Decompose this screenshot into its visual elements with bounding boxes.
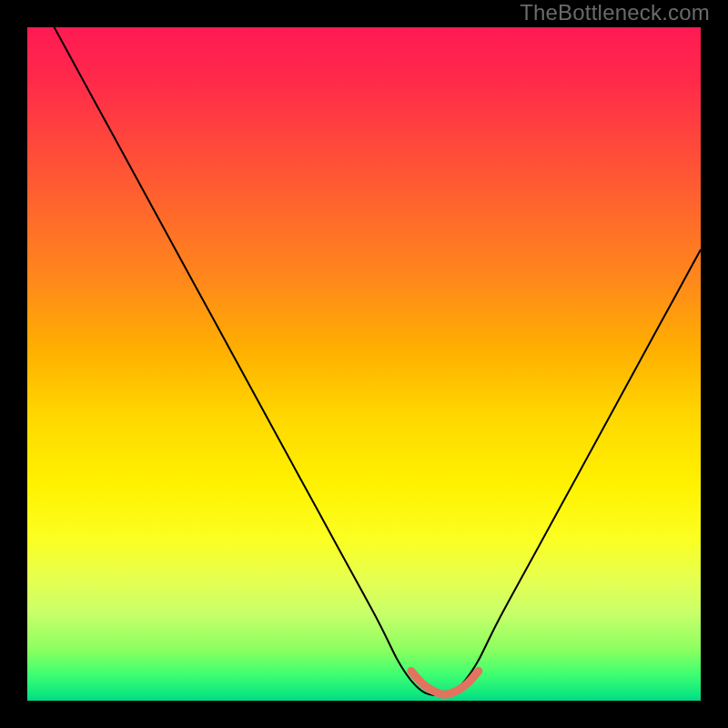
- watermark-text: TheBottleneck.com: [520, 0, 710, 25]
- curve-layer: [27, 27, 701, 701]
- bottleneck-curve: [55, 27, 701, 695]
- chart-frame: TheBottleneck.com: [0, 0, 728, 728]
- plot-area: [27, 27, 701, 701]
